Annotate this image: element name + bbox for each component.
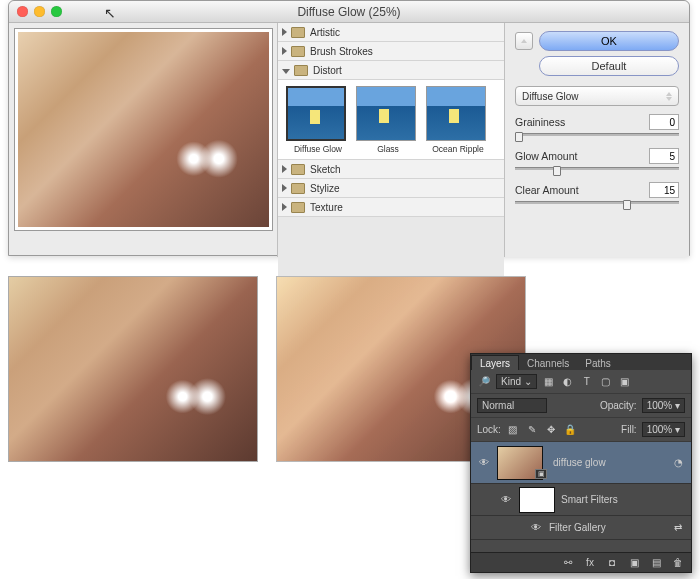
category-brush-strokes[interactable]: Brush Strokes <box>278 42 504 61</box>
lock-pixels-icon[interactable]: ✎ <box>525 423 539 437</box>
shape-layer-icon[interactable]: ▢ <box>599 375 613 389</box>
layers-panel: Layers Channels Paths 🔎 Kind ⌄ ▦ ◐ T ▢ ▣… <box>470 353 692 573</box>
thumb-label: Ocean Ripple <box>432 144 484 154</box>
ok-button[interactable]: OK <box>539 31 679 51</box>
lock-transparent-icon[interactable]: ▨ <box>506 423 520 437</box>
adjustment-layer-icon[interactable]: ◐ <box>561 375 575 389</box>
new-group-icon[interactable]: ▣ <box>627 556 641 570</box>
tab-layers[interactable]: Layers <box>471 355 519 370</box>
type-layer-icon[interactable]: T <box>580 375 594 389</box>
visibility-icon[interactable]: 👁 <box>477 457 491 468</box>
category-label: Artistic <box>310 27 340 38</box>
lock-label: Lock: <box>477 424 501 435</box>
collapse-button[interactable] <box>515 32 533 50</box>
filter-thumbnails: Diffuse Glow Glass Ocean Ripple <box>278 80 504 160</box>
panel-tabs: Layers Channels Paths <box>471 354 691 370</box>
smart-filters-row[interactable]: 👁 Smart Filters <box>471 484 691 516</box>
fill-label: Fill: <box>621 424 637 435</box>
filter-dropdown[interactable]: Diffuse Glow <box>515 86 679 106</box>
graininess-input[interactable] <box>649 114 679 130</box>
lock-position-icon[interactable]: ✥ <box>544 423 558 437</box>
thumb-diffuse-glow[interactable]: Diffuse Glow <box>286 86 350 154</box>
category-artistic[interactable]: Artistic <box>278 23 504 42</box>
param-glow-amount: Glow Amount <box>515 148 679 177</box>
blend-mode-select[interactable]: Normal <box>477 398 547 413</box>
chevron-right-icon <box>282 28 287 36</box>
preview-pane <box>9 23 277 257</box>
category-distort[interactable]: Distort <box>278 61 504 80</box>
panel-footer: ⚯ fx ◘ ▣ ▤ 🗑 <box>471 552 691 572</box>
default-button[interactable]: Default <box>539 56 679 76</box>
pixel-layer-icon[interactable]: ▦ <box>542 375 556 389</box>
opacity-input[interactable]: 100% ▾ <box>642 398 685 413</box>
filter-settings-icon[interactable]: ⇄ <box>671 521 685 535</box>
lock-all-icon[interactable]: 🔒 <box>563 423 577 437</box>
delete-layer-icon[interactable]: 🗑 <box>671 556 685 570</box>
slider-knob[interactable] <box>553 166 561 176</box>
tab-channels[interactable]: Channels <box>519 356 577 370</box>
category-label: Brush Strokes <box>310 46 373 57</box>
chevron-right-icon <box>282 184 287 192</box>
chevron-right-icon <box>282 203 287 211</box>
smart-filters-label: Smart Filters <box>561 494 618 505</box>
search-icon[interactable]: 🔎 <box>477 375 491 389</box>
category-label: Sketch <box>310 164 341 175</box>
folder-icon <box>294 65 308 76</box>
slider-knob[interactable] <box>515 132 523 142</box>
new-layer-icon[interactable]: ▤ <box>649 556 663 570</box>
filter-gallery-row[interactable]: 👁 Filter Gallery ⇄ <box>471 516 691 540</box>
link-layers-icon[interactable]: ⚯ <box>561 556 575 570</box>
folder-icon <box>291 202 305 213</box>
clear-input[interactable] <box>649 182 679 198</box>
clear-slider[interactable] <box>515 201 679 211</box>
blend-row: Normal Opacity: 100% ▾ <box>471 394 691 418</box>
comparison-images <box>8 276 526 462</box>
thumb-label: Diffuse Glow <box>294 144 342 154</box>
category-sketch[interactable]: Sketch <box>278 160 504 179</box>
filter-dropdown-label: Diffuse Glow <box>522 91 579 102</box>
opacity-label: Opacity: <box>600 400 637 411</box>
layer-mask-icon[interactable]: ◘ <box>605 556 619 570</box>
chevron-up-icon <box>521 39 527 43</box>
layer-style-icon[interactable]: fx <box>583 556 597 570</box>
thumb-label: Glass <box>377 144 399 154</box>
param-clear-amount: Clear Amount ↖ <box>515 182 679 211</box>
category-texture[interactable]: Texture <box>278 198 504 217</box>
chevron-right-icon <box>282 47 287 55</box>
layer-diffuse-glow[interactable]: 👁 ▣ diffuse glow ◔ <box>471 442 691 484</box>
layer-name: diffuse glow <box>553 457 606 468</box>
category-stylize[interactable]: Stylize <box>278 179 504 198</box>
category-label: Stylize <box>310 183 339 194</box>
layer-effects-icon[interactable]: ◔ <box>671 456 685 470</box>
chevron-down-icon <box>282 69 290 74</box>
visibility-icon[interactable]: 👁 <box>529 522 543 533</box>
cursor-icon: ↖ <box>104 5 116 21</box>
filter-categories: Artistic Brush Strokes Distort Diffuse G… <box>277 23 505 257</box>
folder-icon <box>291 164 305 175</box>
category-label: Texture <box>310 202 343 213</box>
glow-input[interactable] <box>649 148 679 164</box>
fill-input[interactable]: 100% ▾ <box>642 422 685 437</box>
folder-icon <box>291 183 305 194</box>
category-label: Distort <box>313 65 342 76</box>
lock-row: Lock: ▨ ✎ ✥ 🔒 Fill: 100% ▾ <box>471 418 691 442</box>
param-label: Glow Amount <box>515 150 577 162</box>
filter-kind-row: 🔎 Kind ⌄ ▦ ◐ T ▢ ▣ <box>471 370 691 394</box>
slider-knob[interactable] <box>623 200 631 210</box>
chevron-right-icon <box>282 165 287 173</box>
folder-icon <box>291 27 305 38</box>
controls-pane: OK Default Diffuse Glow Graininess Glow … <box>505 23 689 257</box>
visibility-icon[interactable]: 👁 <box>499 494 513 505</box>
filter-gallery-dialog: Diffuse Glow (25%) Artistic Brush Stroke… <box>8 0 690 256</box>
thumb-glass[interactable]: Glass <box>356 86 420 154</box>
smart-object-icon[interactable]: ▣ <box>618 375 632 389</box>
preview-image <box>18 32 269 227</box>
preview-frame[interactable] <box>14 28 273 231</box>
graininess-slider[interactable] <box>515 133 679 143</box>
kind-select[interactable]: Kind ⌄ <box>496 374 537 389</box>
glow-slider[interactable] <box>515 167 679 177</box>
thumb-ocean-ripple[interactable]: Ocean Ripple <box>426 86 490 154</box>
filter-mask-thumbnail[interactable] <box>519 487 555 513</box>
updown-icon <box>666 92 672 101</box>
tab-paths[interactable]: Paths <box>577 356 619 370</box>
